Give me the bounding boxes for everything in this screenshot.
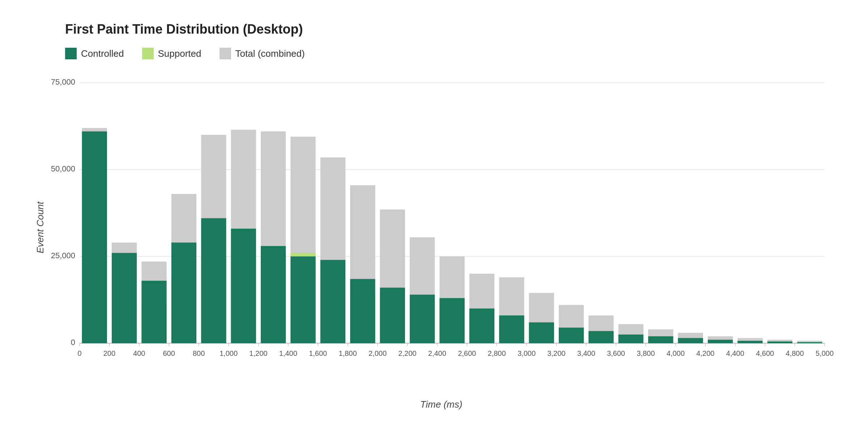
svg-rect-32 xyxy=(290,256,315,343)
svg-text:75,000: 75,000 xyxy=(51,77,75,86)
legend-swatch-controlled xyxy=(65,48,77,59)
svg-text:1,800: 1,800 xyxy=(339,349,357,357)
svg-text:4,400: 4,400 xyxy=(726,349,744,357)
svg-rect-83 xyxy=(797,342,822,343)
svg-rect-38 xyxy=(350,279,375,343)
svg-text:400: 400 xyxy=(133,349,145,357)
svg-text:3,600: 3,600 xyxy=(607,349,625,357)
svg-text:200: 200 xyxy=(103,349,115,357)
svg-text:0: 0 xyxy=(77,349,81,357)
svg-text:800: 800 xyxy=(193,349,205,357)
chart-container: First Paint Time Distribution (Desktop) … xyxy=(0,0,868,434)
svg-text:4,600: 4,600 xyxy=(756,349,774,357)
svg-rect-50 xyxy=(469,309,494,343)
legend-label-controlled: Controlled xyxy=(81,48,124,59)
svg-rect-71 xyxy=(678,338,703,343)
svg-rect-14 xyxy=(112,253,137,343)
svg-text:4,200: 4,200 xyxy=(696,349,714,357)
y-axis-label: Event Count xyxy=(35,201,46,253)
svg-text:2,800: 2,800 xyxy=(488,349,506,357)
svg-text:4,800: 4,800 xyxy=(786,349,804,357)
svg-text:2,600: 2,600 xyxy=(458,349,476,357)
svg-rect-80 xyxy=(767,341,792,343)
svg-rect-56 xyxy=(529,322,554,343)
svg-text:1,600: 1,600 xyxy=(309,349,327,357)
svg-rect-53 xyxy=(499,315,524,343)
svg-text:4,000: 4,000 xyxy=(667,349,685,357)
svg-text:1,000: 1,000 xyxy=(220,349,238,357)
svg-rect-77 xyxy=(737,341,762,343)
svg-text:2,400: 2,400 xyxy=(428,349,446,357)
svg-rect-11 xyxy=(82,131,107,343)
svg-text:3,200: 3,200 xyxy=(547,349,565,357)
svg-rect-44 xyxy=(410,295,435,343)
svg-text:600: 600 xyxy=(163,349,175,357)
svg-text:3,800: 3,800 xyxy=(637,349,655,357)
svg-rect-35 xyxy=(320,260,345,343)
svg-rect-41 xyxy=(380,288,405,343)
svg-rect-23 xyxy=(201,218,226,343)
legend-swatch-supported xyxy=(142,48,154,59)
svg-text:3,400: 3,400 xyxy=(577,349,595,357)
legend-item-controlled: Controlled xyxy=(65,48,124,59)
svg-rect-74 xyxy=(708,340,733,343)
svg-rect-62 xyxy=(588,331,613,343)
legend-label-total: Total (combined) xyxy=(235,48,305,59)
x-axis-label: Time (ms) xyxy=(420,399,463,410)
chart-title: First Paint Time Distribution (Desktop) xyxy=(65,22,839,37)
legend-label-supported: Supported xyxy=(158,48,201,59)
svg-text:3,000: 3,000 xyxy=(518,349,536,357)
svg-rect-29 xyxy=(261,246,286,343)
chart-area: Event Count Time (ms) 025,00050,00075,00… xyxy=(43,74,839,381)
svg-text:1,400: 1,400 xyxy=(279,349,297,357)
svg-text:2,200: 2,200 xyxy=(398,349,416,357)
svg-text:50,000: 50,000 xyxy=(51,164,75,173)
svg-rect-68 xyxy=(648,336,673,343)
chart-svg: 025,00050,00075,00002004006008001,0001,2… xyxy=(43,74,839,381)
legend-swatch-total xyxy=(220,48,231,59)
svg-rect-65 xyxy=(618,335,643,343)
legend: Controlled Supported Total (combined) xyxy=(65,48,839,59)
svg-text:1,200: 1,200 xyxy=(249,349,267,357)
svg-text:25,000: 25,000 xyxy=(51,251,75,260)
svg-rect-26 xyxy=(231,229,256,343)
svg-text:5,000: 5,000 xyxy=(816,349,834,357)
svg-text:2,000: 2,000 xyxy=(369,349,387,357)
svg-rect-47 xyxy=(439,298,464,343)
svg-rect-20 xyxy=(171,243,196,343)
svg-rect-17 xyxy=(141,281,166,343)
legend-item-total: Total (combined) xyxy=(220,48,305,59)
legend-item-supported: Supported xyxy=(142,48,201,59)
svg-text:0: 0 xyxy=(71,338,75,347)
svg-rect-59 xyxy=(559,328,584,343)
